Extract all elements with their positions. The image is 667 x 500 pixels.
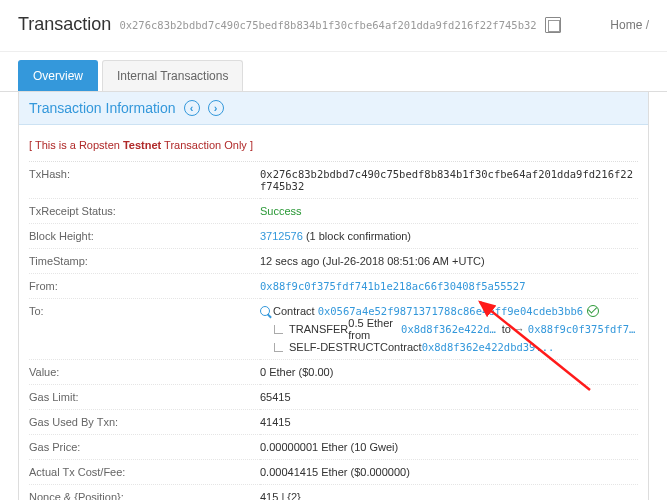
transfer-from-link[interactable]: 0x8d8f362e422dbd39... xyxy=(401,323,502,335)
to-contract-link[interactable]: 0x0567a4e52f9871371788c86e4eff9e04cdeb3b… xyxy=(318,305,584,317)
tab-internal-transactions[interactable]: Internal Transactions xyxy=(102,60,243,91)
label-nonce: Nonce & {Position}: xyxy=(29,485,260,501)
value-tx-cost: 0.00041415 Ether ($0.000000) xyxy=(260,460,638,485)
to-word: to xyxy=(502,323,511,335)
transaction-panel: Transaction Information ‹ › [ This is a … xyxy=(18,92,649,500)
selfdestruct-word: Contract xyxy=(380,341,422,353)
label-timestamp: TimeStamp: xyxy=(29,249,260,274)
value-txhash: 0x276c83b2bdbd7c490c75bedf8b834b1f30cfbe… xyxy=(260,162,638,199)
block-link[interactable]: 3712576 xyxy=(260,230,303,242)
zoom-icon[interactable] xyxy=(260,306,270,316)
row-receipt-status: TxReceipt Status: Success xyxy=(29,199,638,224)
breadcrumb: Home / xyxy=(610,18,649,32)
from-address-link[interactable]: 0x88f9c0f375fdf741b1e218ac66f30408f5a555… xyxy=(260,280,526,292)
panel-title: Transaction Information xyxy=(29,100,176,116)
row-to: To: Contract 0x0567a4e52f9871371788c86e4… xyxy=(29,299,638,360)
tabs: Overview Internal Transactions xyxy=(0,52,667,92)
label-gas-used: Gas Used By Txn: xyxy=(29,410,260,435)
breadcrumb-home-link[interactable]: Home xyxy=(610,18,642,32)
row-txhash: TxHash: 0x276c83b2bdbd7c490c75bedf8b834b… xyxy=(29,162,638,199)
selfdestruct-label: SELF-DESTRUCT xyxy=(289,341,380,353)
label-tx-cost: Actual Tx Cost/Fee: xyxy=(29,460,260,485)
value-block-height: 3712576 (1 block confirmation) xyxy=(260,224,638,249)
transfer-amount: 0.5 Ether from xyxy=(348,317,401,341)
header-tx-hash: 0x276c83b2bdbd7c490c75bedf8b834b1f30cfbe… xyxy=(119,19,536,31)
row-gas-used: Gas Used By Txn: 41415 xyxy=(29,410,638,435)
value-nonce: 415 | {2} xyxy=(260,485,638,501)
panel-header: Transaction Information ‹ › xyxy=(19,92,648,125)
label-gas-price: Gas Price: xyxy=(29,435,260,460)
testnet-notice: [ This is a Ropsten Testnet Transaction … xyxy=(29,133,638,162)
page-title: Transaction xyxy=(18,14,111,35)
tree-branch-icon xyxy=(274,343,283,352)
contract-word: Contract xyxy=(273,305,315,317)
value-receipt-status: Success xyxy=(260,199,638,224)
arrow-right-icon: → xyxy=(514,323,525,335)
row-value: Value: 0 Ether ($0.00) xyxy=(29,360,638,385)
row-block-height: Block Height: 3712576 (1 block confirmat… xyxy=(29,224,638,249)
internal-selfdestruct: SELF-DESTRUCT Contract 0x8d8f362e422dbd3… xyxy=(260,341,638,353)
value-to: Contract 0x0567a4e52f9871371788c86e4eff9… xyxy=(260,299,638,360)
row-nonce: Nonce & {Position}: 415 | {2} xyxy=(29,485,638,501)
label-receipt-status: TxReceipt Status: xyxy=(29,199,260,224)
details-table: TxHash: 0x276c83b2bdbd7c490c75bedf8b834b… xyxy=(29,162,638,500)
label-to: To: xyxy=(29,299,260,360)
value-timestamp: 12 secs ago (Jul-26-2018 08:51:06 AM +UT… xyxy=(260,249,638,274)
internal-transfer: TRANSFER 0.5 Ether from 0x8d8f362e422dbd… xyxy=(260,317,638,341)
row-tx-cost: Actual Tx Cost/Fee: 0.00041415 Ether ($0… xyxy=(29,460,638,485)
row-gas-limit: Gas Limit: 65415 xyxy=(29,385,638,410)
label-value: Value: xyxy=(29,360,260,385)
breadcrumb-separator: / xyxy=(646,18,649,32)
value-gas-limit: 65415 xyxy=(260,385,638,410)
transfer-label: TRANSFER xyxy=(289,323,348,335)
tree-branch-icon xyxy=(274,325,283,334)
value-gas-price: 0.00000001 Ether (10 Gwei) xyxy=(260,435,638,460)
success-check-icon xyxy=(587,305,599,317)
label-txhash: TxHash: xyxy=(29,162,260,199)
row-from: From: 0x88f9c0f375fdf741b1e218ac66f30408… xyxy=(29,274,638,299)
prev-tx-icon[interactable]: ‹ xyxy=(184,100,200,116)
tab-overview[interactable]: Overview xyxy=(18,60,98,91)
label-from: From: xyxy=(29,274,260,299)
label-gas-limit: Gas Limit: xyxy=(29,385,260,410)
block-confirmations: (1 block confirmation) xyxy=(303,230,411,242)
transfer-to-link[interactable]: 0x88f9c0f375fdf741b1... xyxy=(528,323,638,335)
value-gas-used: 41415 xyxy=(260,410,638,435)
row-timestamp: TimeStamp: 12 secs ago (Jul-26-2018 08:5… xyxy=(29,249,638,274)
value-value: 0 Ether ($0.00) xyxy=(260,360,638,385)
next-tx-icon[interactable]: › xyxy=(208,100,224,116)
nav-arrows: ‹ › xyxy=(184,100,224,116)
label-block-height: Block Height: xyxy=(29,224,260,249)
row-gas-price: Gas Price: 0.00000001 Ether (10 Gwei) xyxy=(29,435,638,460)
selfdestruct-contract-link[interactable]: 0x8d8f362e422dbd39... xyxy=(422,341,555,353)
copy-icon[interactable] xyxy=(545,17,561,33)
page-header: Transaction 0x276c83b2bdbd7c490c75bedf8b… xyxy=(0,0,667,52)
